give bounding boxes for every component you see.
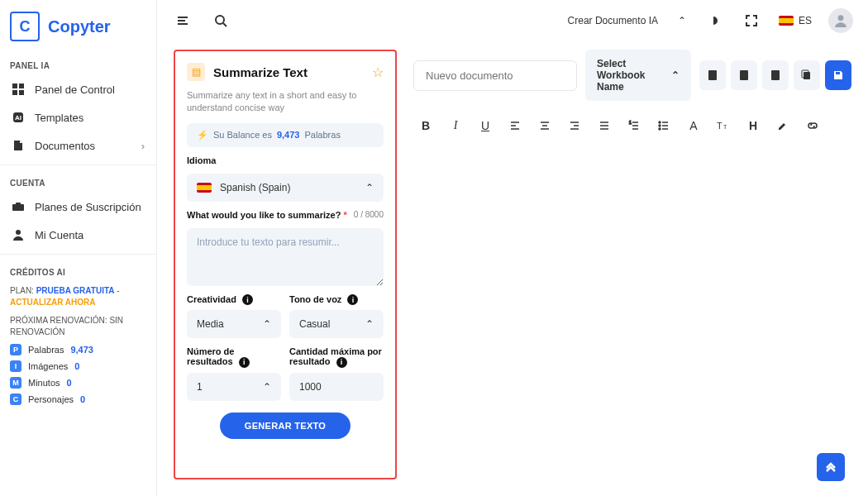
font-size-button[interactable]: TT — [714, 117, 732, 135]
maxlen-input[interactable] — [289, 373, 384, 401]
user-avatar[interactable] — [828, 8, 853, 33]
tone-label: Tono de voz i — [289, 294, 384, 306]
creativity-label: Creatividad i — [187, 294, 281, 306]
creativity-select[interactable]: Media ⌃ — [187, 310, 281, 338]
maxlen-label: Cantidad máxima por resultado i — [289, 346, 384, 368]
svg-point-40 — [659, 122, 661, 123]
bolt-icon: ⚡ — [197, 130, 208, 141]
create-doc-dropdown[interactable]: Crear Documento IA ⌃ — [568, 15, 686, 26]
export-txt-button[interactable] — [762, 60, 789, 90]
svg-rect-16 — [740, 70, 748, 80]
credits-images: I Imágenes 0 — [0, 358, 156, 374]
dark-mode-toggle[interactable] — [703, 10, 724, 31]
chevron-up-icon: ⌃ — [263, 318, 271, 330]
scroll-top-button[interactable] — [817, 453, 845, 481]
template-title: Summarize Text — [213, 65, 364, 79]
credits-minutes: M Minutos 0 — [0, 374, 156, 391]
sidebar-item-plans[interactable]: Planes de Suscripción — [0, 193, 156, 221]
renewal-line: PRÓXIMA RENOVACIÓN: SIN RENOVACIÓN — [0, 312, 156, 341]
sidebar-item-templates[interactable]: AI Templates — [0, 103, 156, 131]
document-title-input[interactable] — [413, 60, 577, 91]
export-word-button[interactable] — [699, 60, 726, 90]
svg-rect-6 — [12, 204, 24, 211]
sidebar-item-dashboard[interactable]: Panel de Control — [0, 75, 156, 103]
plan-line: PLAN: PRUEBA GRATUITA - ACTUALIZAR AHORA — [0, 282, 156, 312]
svg-rect-18 — [804, 72, 810, 79]
chevron-up-icon: ⌃ — [263, 381, 271, 393]
align-left-button[interactable] — [506, 117, 524, 135]
italic-button[interactable]: I — [446, 117, 465, 135]
sidebar-item-account[interactable]: Mi Cuenta — [0, 221, 156, 249]
font-family-button[interactable]: A — [684, 117, 703, 135]
results-label: Número de resultados i — [187, 346, 281, 368]
chevron-up-icon: ⌃ — [365, 182, 374, 193]
sidebar-section-panel: PANEL IA — [0, 53, 156, 75]
svg-rect-2 — [12, 90, 17, 95]
words-icon: P — [10, 344, 21, 355]
flag-es-icon — [779, 16, 794, 26]
heading-button[interactable]: H — [744, 117, 762, 135]
menu-toggle-button[interactable] — [172, 10, 193, 31]
sidebar-item-label: Documentos — [35, 140, 95, 152]
search-button[interactable] — [210, 10, 231, 31]
align-justify-button[interactable] — [595, 117, 613, 135]
highlight-button[interactable] — [774, 117, 792, 135]
bold-button[interactable]: B — [417, 117, 435, 135]
info-icon[interactable]: i — [347, 294, 358, 305]
svg-point-8 — [16, 230, 21, 235]
tone-select[interactable]: Casual ⌃ — [289, 310, 384, 338]
align-center-button[interactable] — [536, 117, 554, 135]
fullscreen-toggle[interactable] — [741, 10, 762, 31]
template-description: Summarize any text in a short and easy t… — [187, 89, 384, 115]
export-pdf-button[interactable] — [731, 60, 757, 90]
align-right-button[interactable] — [565, 117, 584, 135]
svg-point-14 — [838, 15, 844, 21]
svg-text:T: T — [723, 124, 727, 130]
flag-es-icon — [197, 183, 212, 193]
sidebar-section-account: CUENTA — [0, 170, 156, 193]
sidebar: C Copyter PANEL IA Panel de Control AI T… — [0, 0, 157, 496]
topbar: Crear Documento IA ⌃ ES — [157, 0, 868, 41]
svg-text:AI: AI — [15, 114, 21, 122]
workbook-select[interactable]: Select Workbook Name ⌃ — [585, 50, 691, 101]
sidebar-item-label: Panel de Control — [35, 83, 115, 96]
info-icon[interactable]: i — [336, 357, 347, 368]
save-button[interactable] — [825, 60, 851, 90]
favorite-toggle[interactable]: ☆ — [372, 64, 384, 80]
language-selector[interactable]: ES — [779, 15, 812, 26]
generate-button[interactable]: GENERAR TEXTO — [220, 413, 351, 439]
svg-rect-15 — [708, 70, 717, 80]
svg-point-41 — [659, 125, 661, 126]
summarize-label: What would you like to summarize? * — [187, 210, 347, 220]
svg-point-42 — [659, 128, 661, 130]
results-select[interactable]: 1 ⌃ — [187, 373, 281, 401]
template-icon: ▤ — [187, 63, 205, 81]
unordered-list-button[interactable] — [655, 117, 673, 135]
credits-characters: C Personajes 0 — [0, 391, 156, 408]
editor-panel: Select Workbook Name ⌃ B I U — [413, 50, 851, 479]
characters-icon: C — [10, 393, 21, 405]
upgrade-link[interactable]: ACTUALIZAR AHORA — [10, 298, 96, 307]
chevron-up-icon: ⌃ — [365, 318, 374, 330]
ordered-list-button[interactable]: 1 — [625, 117, 643, 135]
account-icon — [12, 228, 25, 241]
sidebar-section-credits: CRÉDITOS AI — [0, 260, 156, 282]
brand-mark: C — [10, 12, 40, 41]
sidebar-item-label: Planes de Suscripción — [35, 201, 141, 213]
info-icon[interactable]: i — [239, 357, 250, 368]
images-icon: I — [10, 360, 21, 372]
svg-rect-20 — [836, 72, 840, 74]
summarize-textarea[interactable] — [187, 228, 384, 286]
copy-button[interactable] — [794, 60, 820, 90]
svg-text:1: 1 — [629, 120, 632, 125]
svg-line-13 — [223, 23, 227, 26]
chevron-up-icon: ⌃ — [671, 69, 680, 81]
brand-logo[interactable]: C Copyter — [0, 0, 156, 53]
editor-toolbar: B I U 1 A TT H — [413, 109, 851, 141]
sidebar-item-documents[interactable]: Documentos › — [0, 131, 156, 160]
link-button[interactable] — [804, 117, 822, 135]
underline-button[interactable]: U — [476, 117, 494, 135]
language-select[interactable]: Spanish (Spain) ⌃ — [187, 174, 384, 202]
templates-icon: AI — [12, 111, 25, 124]
info-icon[interactable]: i — [242, 294, 253, 305]
